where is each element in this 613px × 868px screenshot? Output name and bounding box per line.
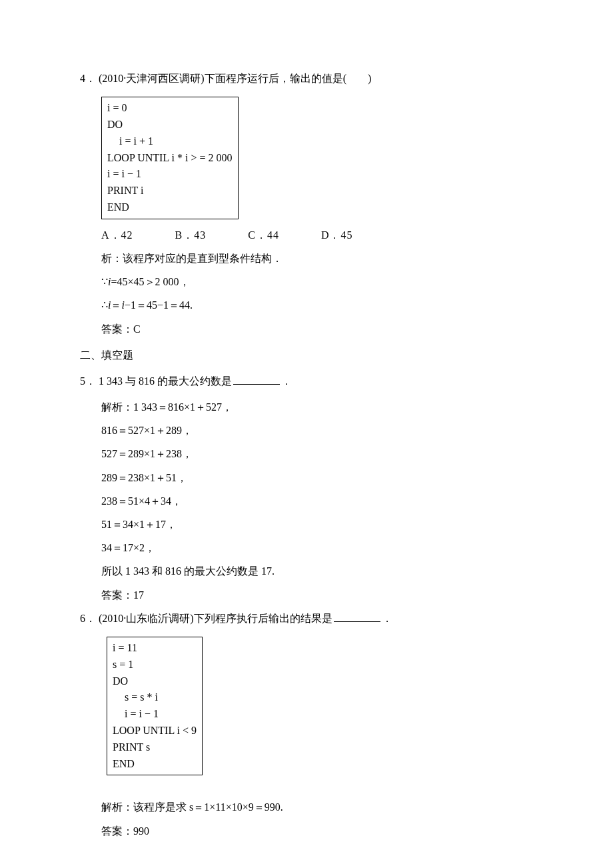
q5-step-2: 816＝527×1＋289， xyxy=(80,419,533,442)
q4-code-line: DO xyxy=(107,117,233,133)
q5-ans-label: 答案： xyxy=(101,589,133,601)
q5-stem-post: ． xyxy=(281,375,292,387)
q4-ana3-rest: −1＝45−1＝44. xyxy=(125,299,193,311)
q5-ans-value: 17 xyxy=(133,589,144,601)
q6-code-line: END xyxy=(113,756,197,773)
q6-code-text: s = s * i xyxy=(122,691,158,703)
q6-code-box: i = 11 s = 1 DO s = s * i i = i − 1 LOOP… xyxy=(107,637,203,775)
q4-code-line: i = 0 xyxy=(107,100,233,117)
q4-number: 4． xyxy=(80,73,96,84)
q6-analysis: 解析：该程序是求 s＝1×11×10×9＝990. xyxy=(80,795,533,819)
q6-stem-pre: (2010·山东临沂调研)下列程序执行后输出的结果是 xyxy=(99,613,332,624)
q4-code-line: LOOP UNTIL i * i > = 2 000 xyxy=(107,150,233,167)
q5-stem-pre: 1 343 与 816 的最大公约数是 xyxy=(99,375,232,387)
q4-ana3-mid: ＝ xyxy=(111,299,121,311)
question-6: 6． (2010·山东临沂调研)下列程序执行后输出的结果是． xyxy=(80,607,533,630)
q4-ana2-pre: ∵ xyxy=(101,276,108,287)
q6-code-line: DO xyxy=(113,673,197,690)
q4-code-text: i = i + 1 xyxy=(117,135,153,147)
question-5: 5． 1 343 与 816 的最大公约数是． xyxy=(80,369,533,393)
q6-code-line: s = s * i xyxy=(113,689,197,706)
q4-ans-label: 答案： xyxy=(101,323,133,335)
q6-code-line: PRINT s xyxy=(113,739,197,756)
q5-answer: 答案：17 xyxy=(80,583,533,607)
q6-code-line: s = 1 xyxy=(113,657,197,673)
q6-code-line: i = 11 xyxy=(113,640,197,657)
q6-code-line: LOOP UNTIL i < 9 xyxy=(113,723,197,739)
q6-blank xyxy=(334,611,380,622)
question-4: 4． (2010·天津河西区调研)下面程序运行后，输出的值是( ) xyxy=(80,67,533,90)
q6-answer: 答案：990 xyxy=(80,819,533,843)
q5-step-4: 289＝238×1＋51， xyxy=(80,466,533,489)
q5-blank xyxy=(233,373,280,385)
q5-step-8: 所以 1 343 和 816 的最大公约数是 17. xyxy=(80,559,533,583)
q4-code-line: END xyxy=(107,199,233,216)
q5-number: 5． xyxy=(80,375,96,387)
q4-ans-value: C xyxy=(133,323,141,335)
q4-option-c: C．44 xyxy=(248,223,279,247)
q6-ans-value: 990 xyxy=(133,825,149,837)
q4-option-d: D．45 xyxy=(321,223,353,247)
q4-stem: (2010·天津河西区调研)下面程序运行后，输出的值是( ) xyxy=(99,73,371,84)
section-2-heading: 二、填空题 xyxy=(80,343,533,367)
q6-ans-label: 答案： xyxy=(101,825,133,837)
q5-step-1: 解析：1 343＝816×1＋527， xyxy=(80,395,533,419)
q4-code-line: i = i − 1 xyxy=(107,166,233,183)
q4-ana3-pre: ∴ xyxy=(101,299,108,311)
q6-stem-post: ． xyxy=(382,613,392,624)
q5-step-6: 51＝34×1＋17， xyxy=(80,513,533,536)
q4-analysis-2: ∵i=45×45＞2 000， xyxy=(80,270,533,293)
q4-option-a: A．42 xyxy=(101,223,133,247)
q4-analysis-1: 析：该程序对应的是直到型条件结构． xyxy=(80,247,533,270)
q4-ana2-rest: =45×45＞2 000， xyxy=(111,276,189,287)
q5-step-5: 238＝51×4＋34， xyxy=(80,489,533,513)
q4-code-line: PRINT i xyxy=(107,183,233,199)
q5-step-7: 34＝17×2， xyxy=(80,536,533,559)
q4-analysis-3: ∴i＝i−1＝45−1＝44. xyxy=(80,293,533,317)
q6-code-line: i = i − 1 xyxy=(113,706,197,723)
q4-option-b: B．43 xyxy=(175,223,207,247)
q5-step-3: 527＝289×1＋238， xyxy=(80,442,533,465)
q6-number: 6． xyxy=(80,613,96,624)
q6-code-text: i = i − 1 xyxy=(122,708,159,719)
q4-code-line: i = i + 1 xyxy=(107,133,233,150)
q4-code-box: i = 0 DO i = i + 1 LOOP UNTIL i * i > = … xyxy=(101,97,239,219)
q4-options: A．42 B．43 C．44 D．45 xyxy=(80,223,533,247)
q4-answer: 答案：C xyxy=(80,317,533,341)
